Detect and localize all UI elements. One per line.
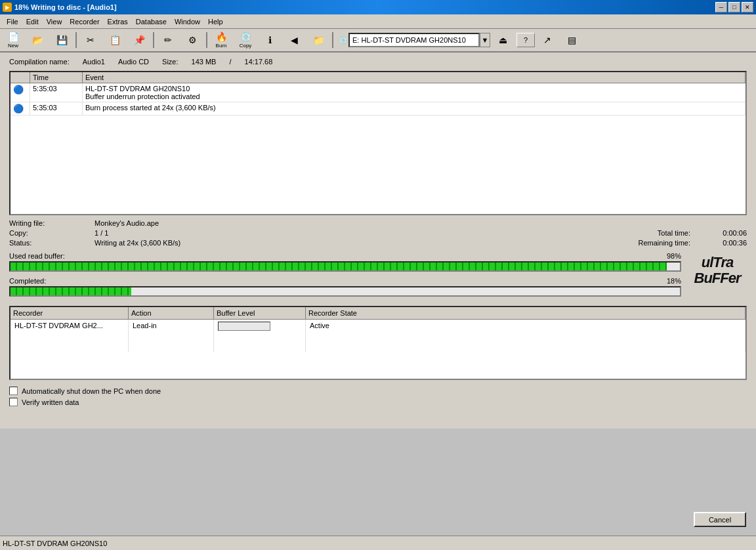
verify-checkbox[interactable] — [9, 398, 18, 406]
progress-section: Used read buffer: 98% Completed: 18% — [9, 252, 747, 301]
cancel-button[interactable]: Cancel — [694, 512, 746, 527]
log-row-icon: 🔵 — [10, 102, 30, 115]
new-button[interactable]: 📄 New — [1, 30, 25, 50]
menu-extras[interactable]: Extras — [104, 16, 132, 27]
remaining-time-label: Remaining time: — [592, 239, 690, 247]
panel-toggle-button[interactable]: ▤ — [560, 30, 583, 50]
writing-copy-row: Copy: 1 / 1 Total time: 0:00:06 — [9, 229, 747, 237]
back-button[interactable]: ◀ — [282, 30, 306, 50]
completed-bar — [9, 286, 681, 297]
paste-button[interactable]: 📌 — [127, 30, 151, 50]
menu-file[interactable]: File — [3, 16, 22, 27]
completed-label-row: Completed: 18% — [9, 277, 681, 285]
log-header-icon — [10, 72, 30, 83]
edit-icon: ✏ — [164, 35, 172, 45]
compilation-name-label: Compilation name: — [9, 58, 70, 66]
normalize-button[interactable]: ⚙ — [180, 30, 204, 50]
verify-checkbox-row: Verify written data — [9, 398, 747, 406]
eject-button[interactable]: ⏏ — [491, 30, 514, 50]
drive-dropdown-value: E: HL-DT-ST DVDRAM GH20NS10 — [352, 36, 466, 44]
verify-label[interactable]: Verify written data — [22, 398, 79, 406]
compilation-type-value: Audio CD — [118, 58, 149, 66]
menu-view[interactable]: View — [43, 16, 66, 27]
completed-label: Completed: — [9, 277, 46, 285]
burn-button[interactable]: 🔥 Burn — [209, 30, 233, 50]
cut-icon: ✂ — [87, 35, 94, 45]
help-button[interactable]: ? — [516, 33, 535, 47]
writing-file-value: Monkey's Audio.ape — [94, 219, 159, 227]
menu-edit[interactable]: Edit — [22, 16, 43, 27]
recorder-header-state: Recorder State — [306, 307, 746, 319]
recorder-header: Recorder Action Buffer Level Recorder St… — [10, 307, 746, 320]
menu-bar: File Edit View Recorder Extras Database … — [0, 14, 756, 29]
recorder-action: Lead-in — [129, 320, 214, 352]
menu-recorder[interactable]: Recorder — [66, 16, 103, 27]
writing-info: Writing file: Monkey's Audio.ape Copy: 1… — [9, 219, 747, 247]
open-icon: 📂 — [32, 35, 43, 45]
close-button[interactable]: ✕ — [742, 2, 753, 12]
shutdown-checkbox-row: Automatically shut down the PC when done — [9, 387, 747, 395]
writing-status-row: Status: Writing at 24x (3,600 KB/s) Rema… — [9, 239, 747, 247]
sep2 — [153, 32, 154, 48]
completed-pct: 18% — [667, 277, 681, 285]
writing-file-row: Writing file: Monkey's Audio.ape — [9, 219, 747, 227]
shutdown-checkbox[interactable] — [9, 387, 18, 395]
menu-help[interactable]: Help — [204, 16, 227, 27]
read-buffer-bar — [9, 261, 681, 272]
log-row-time: 5:35:03 — [30, 83, 83, 102]
drive-dropdown-arrow[interactable]: ▼ — [480, 33, 490, 47]
copy-icon: 📋 — [110, 35, 121, 45]
remaining-time-value: 0:00:36 — [694, 239, 747, 247]
read-buffer-fill — [10, 263, 667, 270]
log-row: 🔵 5:35:03 HL-DT-ST DVDRAM GH20NS10 Buffe… — [10, 83, 746, 102]
disc-icon: 💿 — [338, 32, 348, 48]
sep1 — [75, 32, 77, 48]
minimize-button[interactable]: ─ — [715, 2, 727, 12]
drive-selector: 💿 E: HL-DT-ST DVDRAM GH20NS10 ▼ — [338, 32, 490, 48]
menu-database[interactable]: Database — [132, 16, 171, 27]
toolbar: 📄 New 📂 💾 ✂ 📋 📌 ✏ ⚙ — [0, 29, 756, 53]
writing-status-value: Writing at 24x (3,600 KB/s) — [94, 239, 180, 247]
open-folder-icon: 📁 — [313, 35, 324, 45]
burn-label: Burn — [216, 43, 227, 49]
drive-dropdown[interactable]: E: HL-DT-ST DVDRAM GH20NS10 — [348, 33, 480, 47]
compilation-size-value: 143 MB — [192, 58, 217, 66]
log-row-event: Burn process started at 24x (3,600 KB/s) — [83, 102, 746, 115]
open-folder-button[interactable]: 📁 — [306, 30, 330, 50]
save-button[interactable]: 💾 — [50, 30, 74, 50]
compilation-info: Compilation name: Audio1 Audio CD Size: … — [9, 58, 747, 66]
open-button[interactable]: 📂 — [26, 30, 49, 50]
info-icon: ℹ — [268, 35, 272, 45]
recorder-table: Recorder Action Buffer Level Recorder St… — [9, 306, 747, 380]
copy-disc-label: Copy — [240, 43, 252, 49]
shutdown-label[interactable]: Automatically shut down the PC when done — [22, 387, 161, 395]
new-icon: 📄 — [8, 32, 19, 41]
log-row-icon: 🔵 — [10, 83, 30, 102]
bottom-controls: Automatically shut down the PC when done… — [9, 387, 747, 406]
compilation-name-value: Audio1 — [83, 58, 105, 66]
new-label: New — [8, 43, 18, 49]
maximize-button[interactable]: □ — [728, 2, 740, 12]
sep4 — [332, 32, 333, 48]
recorder-name: HL-DT-ST DVDRAM GH2... — [10, 320, 129, 352]
cut-button[interactable]: ✂ — [79, 30, 102, 50]
eject-icon: ⏏ — [499, 35, 507, 45]
writing-copy-label: Copy: — [9, 229, 94, 237]
recorder-buffer-bar — [218, 322, 270, 331]
window-controls: ─ □ ✕ — [715, 2, 753, 12]
log-header: Time Event — [10, 72, 746, 83]
writing-file-label: Writing file: — [9, 219, 94, 227]
copy-disc-button[interactable]: 💿 Copy — [234, 30, 257, 50]
info-button[interactable]: ℹ — [258, 30, 282, 50]
arrow-button[interactable]: ↗ — [536, 30, 559, 50]
log-header-time: Time — [30, 72, 83, 83]
total-time-label: Total time: — [592, 229, 690, 237]
copy-toolbar-button[interactable]: 📋 — [103, 30, 127, 50]
normalize-icon: ⚙ — [188, 35, 197, 45]
menu-window[interactable]: Window — [171, 16, 204, 27]
compilation-duration-value: 14:17.68 — [245, 58, 273, 66]
edit-button[interactable]: ✏ — [156, 30, 180, 50]
recorder-table-empty — [10, 352, 746, 379]
ultrabuffer-logo: ulTra BuFFer — [688, 255, 747, 286]
burn-icon: 🔥 — [216, 32, 227, 41]
